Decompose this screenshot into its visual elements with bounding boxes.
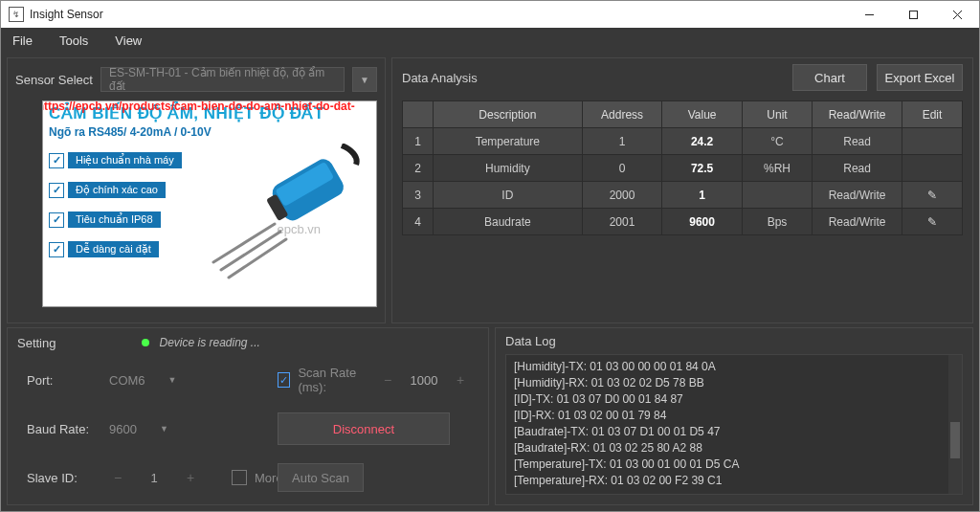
log-line: [Baudrate]-RX: 01 03 02 25 80 A2 88 xyxy=(514,440,954,456)
cell-address: 2000 xyxy=(583,182,662,208)
sensor-select-dropdown-icon[interactable]: ▼ xyxy=(352,67,377,92)
data-table: Description Address Value Unit Read/Writ… xyxy=(402,100,963,235)
slave-id-label: Slave ID: xyxy=(27,471,101,485)
scan-rate-checkbox[interactable]: ✓ xyxy=(278,372,290,388)
port-label: Port: xyxy=(27,373,101,388)
cell-rw: Read/Write xyxy=(813,182,902,208)
plus-icon[interactable]: + xyxy=(182,466,199,489)
setting-title: Setting xyxy=(17,336,56,350)
cell-value: 1 xyxy=(662,182,742,208)
disconnect-button[interactable]: Disconnect xyxy=(278,412,450,445)
auto-scan-button[interactable]: Auto Scan xyxy=(278,463,364,492)
maximize-button[interactable] xyxy=(891,1,935,28)
cell-edit[interactable]: ✎ xyxy=(902,209,962,234)
feature-3: Tiêu chuẩn IP68 xyxy=(68,211,161,228)
cell-edit[interactable]: ✎ xyxy=(902,182,962,208)
cell-description: ID xyxy=(434,182,582,208)
product-url-text: tại: https://epcb.vn/products/cam-bien-d… xyxy=(42,100,376,126)
app-icon: ↯ xyxy=(9,7,24,22)
cell-value: 72.5 xyxy=(662,155,742,181)
cell-address: 0 xyxy=(583,155,662,181)
sensor-illustration xyxy=(208,144,370,287)
log-line: [Baudrate]-TX: 01 03 07 D1 00 01 D5 47 xyxy=(514,424,954,440)
product-subtitle: Ngõ ra RS485/ 4-20mA / 0-10V xyxy=(49,125,370,139)
title-bar: ↯ Insight Sensor xyxy=(1,1,979,28)
pencil-icon[interactable]: ✎ xyxy=(927,189,937,202)
col-value: Value xyxy=(662,101,742,127)
log-line: [Temperature]-TX: 01 03 00 01 00 01 D5 C… xyxy=(514,456,954,473)
baud-label: Baud Rate: xyxy=(27,422,101,436)
pencil-icon[interactable]: ✎ xyxy=(927,215,937,229)
cell-unit: Bps xyxy=(743,209,812,234)
table-row: 2Humidity072.5%RHRead xyxy=(403,155,962,181)
scan-rate-stepper[interactable]: − 1000 + xyxy=(379,368,469,391)
feature-2: Độ chính xác cao xyxy=(68,182,166,198)
cell-value: 9600 xyxy=(662,209,742,234)
col-rw: Read/Write xyxy=(813,101,902,127)
chevron-down-icon: ▼ xyxy=(160,424,168,434)
cell-description: Temperature xyxy=(434,128,582,154)
row-index: 3 xyxy=(403,182,433,208)
baud-select[interactable]: 9600▼ xyxy=(109,422,224,436)
svg-rect-1 xyxy=(909,11,917,18)
data-log-box[interactable]: [Humidity]-TX: 01 03 00 00 00 01 84 0A[H… xyxy=(505,354,963,495)
menu-file[interactable]: File xyxy=(12,33,33,48)
minus-icon[interactable]: − xyxy=(109,466,126,489)
cell-rw: Read/Write xyxy=(813,209,902,234)
col-edit: Edit xyxy=(902,101,962,127)
cell-description: Baudrate xyxy=(434,209,582,234)
cell-address: 1 xyxy=(583,128,662,154)
row-index: 4 xyxy=(403,209,433,234)
status-text: Device is reading ... xyxy=(159,336,259,349)
log-line: [ID]-TX: 01 03 07 D0 00 01 84 87 xyxy=(514,391,954,408)
cell-unit xyxy=(743,182,812,208)
port-select[interactable]: COM6▼ xyxy=(109,373,224,388)
scrollbar-thumb[interactable] xyxy=(950,422,960,458)
cell-edit xyxy=(902,155,962,181)
minus-icon[interactable]: − xyxy=(379,368,396,391)
minimize-button[interactable] xyxy=(847,1,891,28)
log-line: [Humidity]-RX: 01 03 02 02 D5 78 BB xyxy=(514,375,954,391)
feature-4: Dễ dàng cài đặt xyxy=(68,241,159,257)
row-index: 1 xyxy=(403,128,433,154)
menu-tools[interactable]: Tools xyxy=(59,33,88,48)
slave-id-stepper[interactable]: − 1 + xyxy=(109,466,224,489)
cell-rw: Read xyxy=(813,128,902,154)
log-line: [Humidity]-TX: 01 03 00 00 00 01 84 0A xyxy=(514,359,954,375)
product-image: tại: https://epcb.vn/products/cam-bien-d… xyxy=(42,100,377,307)
close-button[interactable] xyxy=(935,1,979,28)
chevron-down-icon: ▼ xyxy=(168,375,177,385)
chart-button[interactable]: Chart xyxy=(792,64,867,91)
cell-edit xyxy=(902,128,962,154)
plus-icon[interactable]: + xyxy=(452,368,469,391)
window-title: Insight Sensor xyxy=(30,8,847,21)
cell-description: Humidity xyxy=(434,155,582,181)
scan-rate-label: Scan Rate (ms): xyxy=(298,366,371,394)
log-line: [ID]-RX: 01 03 02 00 01 79 84 xyxy=(514,408,954,424)
sensor-select-panel: Sensor Select ES-SM-TH-01 - Cảm biến nhi… xyxy=(7,57,386,323)
data-analysis-panel: Data Analysis Chart Export Excel Descrip… xyxy=(391,57,973,323)
cell-value: 24.2 xyxy=(662,128,742,154)
log-line: [Temperature]-RX: 01 03 02 00 F2 39 C1 xyxy=(514,473,954,489)
sensor-select-combo[interactable]: ES-SM-TH-01 - Cảm biến nhiệt độ, độ ẩm đ… xyxy=(100,67,345,92)
cell-address: 2001 xyxy=(583,209,662,234)
col-unit: Unit xyxy=(743,101,812,127)
checkbox-empty-icon[interactable] xyxy=(232,470,247,485)
data-log-panel: Data Log [Humidity]-TX: 01 03 00 00 00 0… xyxy=(495,327,973,505)
menu-view[interactable]: View xyxy=(115,33,142,48)
menu-bar: File Tools View xyxy=(1,28,979,54)
scrollbar[interactable] xyxy=(948,355,962,494)
table-row: 4Baudrate20019600BpsRead/Write✎ xyxy=(403,209,962,234)
sensor-select-label: Sensor Select xyxy=(15,73,93,87)
cell-unit: °C xyxy=(743,128,812,154)
export-excel-button[interactable]: Export Excel xyxy=(877,64,963,91)
cell-rw: Read xyxy=(813,155,902,181)
cell-unit: %RH xyxy=(743,155,812,181)
table-row: 3ID20001Read/Write✎ xyxy=(403,182,962,208)
data-analysis-title: Data Analysis xyxy=(402,71,792,85)
row-index: 2 xyxy=(403,155,433,181)
table-row: 1Temperature124.2°CRead xyxy=(403,128,962,154)
status-led-icon xyxy=(142,339,149,346)
col-description: Description xyxy=(434,101,582,127)
feature-1: Hiệu chuẩn nhà máy xyxy=(68,152,182,168)
